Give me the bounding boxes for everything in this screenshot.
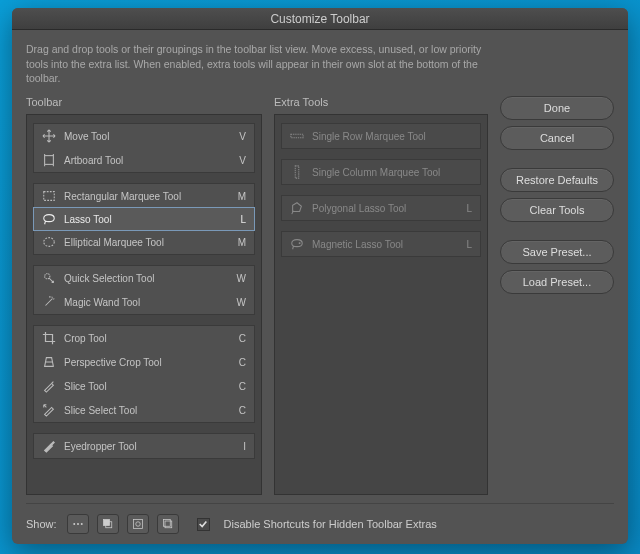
tool-shortcut: C	[234, 357, 246, 368]
footer: Show: Disable Shortcuts for Hidden Toolb…	[26, 503, 614, 534]
disable-shortcuts-label: Disable Shortcuts for Hidden Toolbar Ext…	[224, 518, 437, 530]
tool-row[interactable]: Lasso ToolL	[33, 207, 255, 231]
col-marquee-icon	[290, 165, 304, 179]
extra-header: Extra Tools	[274, 96, 488, 108]
tool-label: Magic Wand Tool	[64, 297, 234, 308]
tool-shortcut: W	[234, 297, 246, 308]
tool-row[interactable]: Slice Select ToolC	[34, 398, 254, 422]
cancel-button[interactable]: Cancel	[500, 126, 614, 150]
content: Drag and drop tools or their groupings i…	[12, 30, 628, 544]
tool-label: Quick Selection Tool	[64, 273, 234, 284]
titlebar[interactable]: Customize Toolbar	[12, 8, 628, 30]
tool-row[interactable]: Eyedropper ToolI	[34, 434, 254, 458]
ellipse-marquee-icon	[42, 235, 56, 249]
lasso-icon	[42, 212, 56, 226]
eyedropper-icon	[42, 439, 56, 453]
tool-shortcut: L	[460, 203, 472, 214]
svg-rect-14	[163, 520, 170, 527]
svg-point-8	[80, 523, 82, 525]
main-area: Toolbar Move ToolVArtboard ToolVRectangu…	[26, 96, 614, 495]
tool-label: Artboard Tool	[64, 155, 234, 166]
menu-extras-icon[interactable]	[67, 514, 89, 534]
tool-row[interactable]: Rectangular Marquee ToolM	[34, 184, 254, 208]
tool-row[interactable]: Quick Selection ToolW	[34, 266, 254, 290]
disable-shortcuts-checkbox[interactable]	[197, 518, 210, 531]
window-title: Customize Toolbar	[270, 12, 369, 26]
slice-icon	[42, 379, 56, 393]
tool-shortcut: W	[234, 273, 246, 284]
tool-label: Perspective Crop Tool	[64, 357, 234, 368]
tool-row[interactable]: Magnetic Lasso ToolL	[282, 232, 480, 256]
tool-shortcut: C	[234, 405, 246, 416]
tool-shortcut: L	[460, 239, 472, 250]
tool-shortcut: I	[234, 441, 246, 452]
svg-rect-0	[45, 156, 54, 165]
quickmask-icon[interactable]	[127, 514, 149, 534]
quick-select-icon	[42, 271, 56, 285]
foreground-bg-icon[interactable]	[97, 514, 119, 534]
done-button[interactable]: Done	[500, 96, 614, 120]
tool-label: Crop Tool	[64, 333, 234, 344]
tool-group[interactable]: Single Column Marquee Tool	[281, 159, 481, 185]
row-marquee-icon	[290, 129, 304, 143]
tool-shortcut: C	[234, 381, 246, 392]
crop-icon	[42, 331, 56, 345]
tool-label: Slice Tool	[64, 381, 234, 392]
tool-shortcut: C	[234, 333, 246, 344]
tool-shortcut: L	[234, 214, 246, 225]
rect-marquee-icon	[42, 189, 56, 203]
tool-label: Eyedropper Tool	[64, 441, 234, 452]
tool-row[interactable]: Crop ToolC	[34, 326, 254, 350]
tool-group[interactable]: Rectangular Marquee ToolMLasso ToolLElli…	[33, 183, 255, 255]
tool-group[interactable]: Eyedropper ToolI	[33, 433, 255, 459]
tool-label: Polygonal Lasso Tool	[312, 203, 460, 214]
save-preset-button[interactable]: Save Preset...	[500, 240, 614, 264]
screenmode-icon[interactable]	[157, 514, 179, 534]
svg-point-7	[77, 523, 79, 525]
tool-group[interactable]: Crop ToolCPerspective Crop ToolCSlice To…	[33, 325, 255, 423]
slice-select-icon	[42, 403, 56, 417]
toolbar-column: Toolbar Move ToolVArtboard ToolVRectangu…	[26, 96, 262, 495]
extra-list[interactable]: Single Row Marquee ToolSingle Column Mar…	[274, 114, 488, 495]
tool-label: Single Row Marquee Tool	[312, 131, 460, 142]
tool-group[interactable]: Quick Selection ToolWMagic Wand ToolW	[33, 265, 255, 315]
toolbar-header: Toolbar	[26, 96, 262, 108]
tool-shortcut: V	[234, 131, 246, 142]
tool-label: Move Tool	[64, 131, 234, 142]
tool-row[interactable]: Elliptical Marquee ToolM	[34, 230, 254, 254]
mag-lasso-icon	[290, 237, 304, 251]
svg-point-12	[135, 522, 140, 527]
svg-rect-10	[103, 520, 109, 526]
persp-crop-icon	[42, 355, 56, 369]
toolbar-list[interactable]: Move ToolVArtboard ToolVRectangular Marq…	[26, 114, 262, 495]
tool-label: Elliptical Marquee Tool	[64, 237, 234, 248]
dialog-window: Customize Toolbar Drag and drop tools or…	[12, 8, 628, 544]
svg-point-6	[73, 523, 75, 525]
tool-row[interactable]: Perspective Crop ToolC	[34, 350, 254, 374]
tool-row[interactable]: Single Column Marquee Tool	[282, 160, 480, 184]
tool-shortcut: M	[234, 237, 246, 248]
tool-label: Rectangular Marquee Tool	[64, 191, 234, 202]
tool-group[interactable]: Magnetic Lasso ToolL	[281, 231, 481, 257]
show-label: Show:	[26, 518, 57, 530]
tool-group[interactable]: Single Row Marquee Tool	[281, 123, 481, 149]
tool-group[interactable]: Polygonal Lasso ToolL	[281, 195, 481, 221]
tool-row[interactable]: Artboard ToolV	[34, 148, 254, 172]
tool-row[interactable]: Single Row Marquee Tool	[282, 124, 480, 148]
move-icon	[42, 129, 56, 143]
svg-rect-1	[44, 192, 55, 201]
buttons-column: Done Cancel Restore Defaults Clear Tools…	[500, 96, 614, 495]
tool-shortcut: M	[234, 191, 246, 202]
tool-row[interactable]: Move ToolV	[34, 124, 254, 148]
magic-wand-icon	[42, 295, 56, 309]
poly-lasso-icon	[290, 201, 304, 215]
tool-row[interactable]: Polygonal Lasso ToolL	[282, 196, 480, 220]
tool-row[interactable]: Slice ToolC	[34, 374, 254, 398]
artboard-icon	[42, 153, 56, 167]
restore-defaults-button[interactable]: Restore Defaults	[500, 168, 614, 192]
tool-label: Single Column Marquee Tool	[312, 167, 460, 178]
tool-group[interactable]: Move ToolVArtboard ToolV	[33, 123, 255, 173]
load-preset-button[interactable]: Load Preset...	[500, 270, 614, 294]
tool-row[interactable]: Magic Wand ToolW	[34, 290, 254, 314]
clear-tools-button[interactable]: Clear Tools	[500, 198, 614, 222]
